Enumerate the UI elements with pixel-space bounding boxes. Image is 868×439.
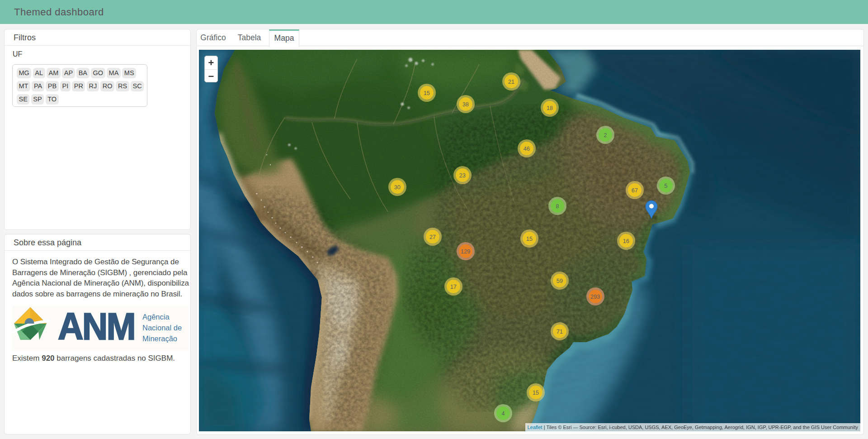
svg-text:71: 71	[557, 328, 563, 335]
svg-text:15: 15	[533, 389, 539, 396]
svg-text:17: 17	[450, 283, 457, 290]
svg-text:15: 15	[526, 235, 533, 242]
svg-text:18: 18	[547, 105, 553, 111]
svg-text:2: 2	[604, 132, 607, 138]
svg-text:Nacional de: Nacional de	[142, 324, 182, 332]
svg-text:38: 38	[462, 101, 469, 108]
svg-text:4: 4	[501, 410, 505, 417]
svg-text:46: 46	[524, 145, 530, 152]
svg-text:15: 15	[424, 90, 430, 96]
svg-text:129: 129	[461, 248, 470, 255]
svg-text:293: 293	[590, 293, 600, 300]
svg-text:23: 23	[459, 172, 466, 179]
svg-text:21: 21	[508, 78, 514, 85]
svg-text:Mineração: Mineração	[142, 334, 177, 343]
svg-text:30: 30	[394, 184, 401, 191]
svg-text:ANM: ANM	[58, 305, 135, 348]
svg-text:67: 67	[632, 187, 638, 194]
svg-text:16: 16	[623, 238, 629, 244]
svg-text:8: 8	[556, 203, 559, 210]
svg-text:59: 59	[557, 277, 563, 284]
svg-text:27: 27	[429, 234, 436, 240]
svg-text:5: 5	[664, 182, 667, 189]
svg-text:Agência: Agência	[142, 313, 170, 321]
